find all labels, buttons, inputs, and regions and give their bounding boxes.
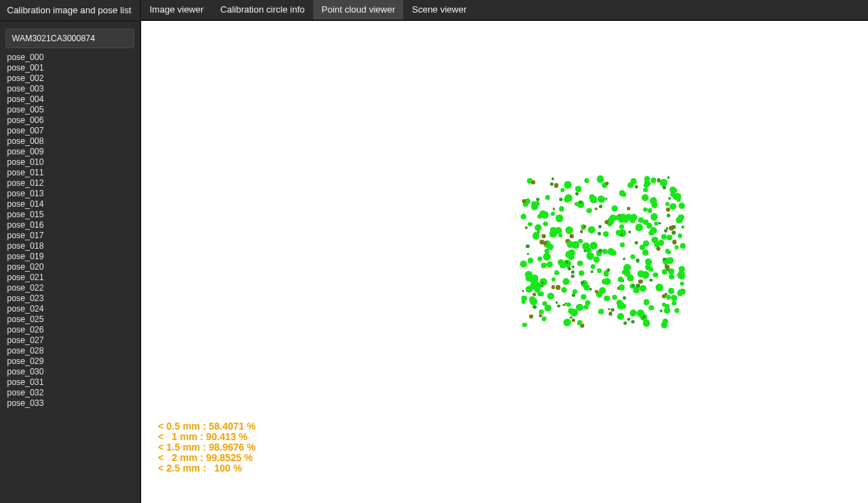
pose-item[interactable]: pose_017 xyxy=(6,231,134,241)
cloud-point xyxy=(653,272,658,278)
cloud-point xyxy=(668,197,671,200)
pose-item[interactable]: pose_024 xyxy=(6,304,134,314)
cloud-point xyxy=(553,207,555,210)
cloud-point xyxy=(660,309,663,312)
tab-point-cloud-viewer[interactable]: Point cloud viewer xyxy=(313,0,404,20)
pose-item[interactable]: pose_010 xyxy=(6,157,134,168)
cloud-point xyxy=(558,233,563,238)
cloud-point xyxy=(521,214,526,219)
pose-item[interactable]: pose_009 xyxy=(6,147,134,157)
cloud-point xyxy=(529,296,535,302)
pose-item[interactable]: pose_020 xyxy=(6,262,134,272)
cloud-point xyxy=(623,321,627,325)
pose-item[interactable]: pose_015 xyxy=(6,210,134,220)
device-button[interactable]: WAM3021CA3000874 xyxy=(6,29,134,48)
cloud-point xyxy=(630,254,635,259)
pose-item[interactable]: pose_018 xyxy=(6,241,134,252)
pose-item[interactable]: pose_016 xyxy=(6,220,134,231)
pose-item[interactable]: pose_027 xyxy=(6,335,134,346)
cloud-point xyxy=(575,192,579,196)
pose-list[interactable]: pose_000pose_001pose_002pose_003pose_004… xyxy=(0,52,140,414)
cloud-point xyxy=(547,293,554,300)
pose-item[interactable]: pose_008 xyxy=(6,136,134,147)
cloud-point xyxy=(663,258,666,261)
cloud-point xyxy=(670,203,676,210)
cloud-point xyxy=(557,305,560,307)
pose-item[interactable]: pose_032 xyxy=(6,388,134,398)
cloud-point xyxy=(644,299,649,305)
cloud-point xyxy=(531,180,536,185)
pose-item[interactable]: pose_003 xyxy=(6,84,134,94)
cloud-point xyxy=(539,309,544,314)
cloud-point xyxy=(674,308,679,313)
pose-item[interactable]: pose_013 xyxy=(6,189,134,199)
cloud-point xyxy=(669,274,675,280)
cloud-point-outlier xyxy=(522,199,526,203)
cloud-point-outlier xyxy=(572,319,575,322)
cloud-point xyxy=(681,226,684,228)
pose-item[interactable]: pose_031 xyxy=(6,377,134,388)
pose-item[interactable]: pose_000 xyxy=(6,52,134,63)
cloud-point xyxy=(543,253,551,261)
pose-item[interactable]: pose_001 xyxy=(6,63,134,73)
pose-item[interactable]: pose_012 xyxy=(6,178,134,189)
pose-item[interactable]: pose_030 xyxy=(6,367,134,377)
cloud-point xyxy=(572,241,579,249)
cloud-point xyxy=(583,225,586,228)
cloud-point xyxy=(604,278,611,285)
pose-item[interactable]: pose_029 xyxy=(6,356,134,367)
cloud-point xyxy=(560,188,565,192)
pose-item[interactable]: pose_002 xyxy=(6,73,134,84)
pose-item[interactable]: pose_005 xyxy=(6,105,134,115)
cloud-point xyxy=(598,232,600,235)
cloud-point xyxy=(658,222,660,224)
tab-image-viewer[interactable]: Image viewer xyxy=(141,0,212,20)
cloud-point xyxy=(636,284,640,288)
tab-scene-viewer[interactable]: Scene viewer xyxy=(403,0,475,20)
tab-calibration-circle-info[interactable]: Calibration circle info xyxy=(212,0,313,20)
pose-item[interactable]: pose_019 xyxy=(6,252,134,262)
cloud-point xyxy=(539,291,544,296)
cloud-point xyxy=(605,220,609,224)
cloud-point xyxy=(627,207,630,210)
cloud-point xyxy=(609,312,612,315)
pose-item[interactable]: pose_007 xyxy=(6,126,134,136)
stat-line: < 2.5 mm : 100 % xyxy=(158,463,256,474)
pose-item[interactable]: pose_023 xyxy=(6,293,134,304)
cloud-point xyxy=(619,214,626,221)
cloud-point xyxy=(672,240,677,244)
cloud-point xyxy=(603,231,609,237)
stat-line: < 0.5 mm : 58.4071 % xyxy=(158,421,256,432)
cloud-point xyxy=(642,249,649,256)
cloud-point xyxy=(602,249,607,254)
cloud-point xyxy=(610,250,616,256)
pose-item[interactable]: pose_004 xyxy=(6,94,134,105)
cloud-point xyxy=(642,194,649,201)
pose-item[interactable]: pose_033 xyxy=(6,398,134,409)
cloud-point xyxy=(529,314,533,319)
cloud-point xyxy=(547,261,553,268)
cloud-point xyxy=(528,258,533,263)
cloud-point xyxy=(666,207,670,212)
cloud-point xyxy=(638,279,642,284)
pose-item[interactable]: pose_021 xyxy=(6,272,134,283)
pose-item[interactable]: pose_014 xyxy=(6,199,134,210)
pose-item[interactable]: pose_026 xyxy=(6,325,134,335)
pose-item[interactable]: pose_028 xyxy=(6,346,134,356)
point-cloud-viewer[interactable]: < 0.5 mm : 58.4071 %< 1 mm : 90.413 %< 1… xyxy=(141,21,868,503)
cloud-point xyxy=(598,249,602,253)
main-area: Image viewerCalibration circle infoPoint… xyxy=(141,0,868,503)
pose-item[interactable]: pose_025 xyxy=(6,314,134,325)
pose-item[interactable]: pose_006 xyxy=(6,115,134,126)
cloud-point xyxy=(554,183,558,187)
cloud-point xyxy=(665,307,670,311)
cloud-point xyxy=(550,182,554,186)
pose-item[interactable]: pose_022 xyxy=(6,283,134,293)
cloud-point xyxy=(599,205,602,207)
pose-item[interactable]: pose_011 xyxy=(6,168,134,178)
cloud-point xyxy=(537,256,542,261)
cloud-point xyxy=(559,198,563,201)
cloud-point xyxy=(649,279,653,282)
cloud-point xyxy=(672,188,677,193)
cloud-point xyxy=(556,214,563,221)
